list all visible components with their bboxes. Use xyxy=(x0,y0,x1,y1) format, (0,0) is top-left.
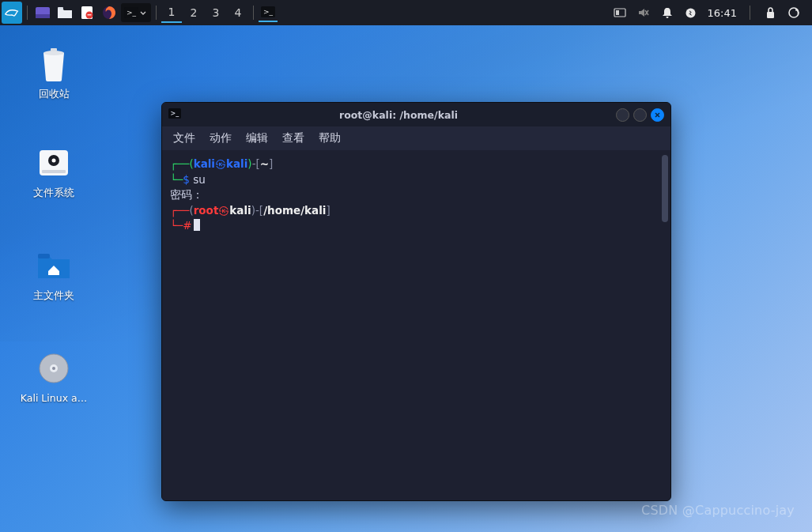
firefox-button[interactable] xyxy=(99,2,119,23)
workspace-3[interactable]: 3 xyxy=(206,2,226,23)
prompt-line-4: ┌──(root㉿kali)-[/home/kali] xyxy=(170,203,663,219)
kali-link-icon[interactable]: Kali Linux a… xyxy=(14,349,93,404)
terminal-window[interactable]: >_ root@kali: /home/kali 文件 动作 编辑 查看 帮助 … xyxy=(161,102,671,501)
disc-icon xyxy=(35,349,73,387)
trash-icon[interactable]: 回收站 xyxy=(14,45,93,101)
workspace-1[interactable]: 1 xyxy=(161,2,182,23)
menu-actions[interactable]: 动作 xyxy=(210,131,232,145)
svg-rect-1 xyxy=(36,14,50,18)
taskbar-left: >_ 1 2 3 4 >_ xyxy=(2,2,278,23)
prompt-line-5: └─# xyxy=(170,218,663,234)
terminal-launcher-button[interactable]: >_ xyxy=(121,3,151,22)
minimize-button[interactable] xyxy=(616,108,629,122)
svg-rect-5 xyxy=(88,14,92,15)
home-label: 主文件夹 xyxy=(33,289,74,303)
running-terminal-task[interactable]: >_ xyxy=(259,3,278,22)
system-tray: 16:41 xyxy=(613,6,812,20)
taskbar: >_ 1 2 3 4 >_ 16:41 xyxy=(0,0,812,25)
session-icon[interactable] xyxy=(787,6,801,20)
workspace-2[interactable]: 2 xyxy=(183,2,204,23)
maximize-button[interactable] xyxy=(633,108,647,122)
file-manager-button[interactable] xyxy=(55,2,75,23)
menu-help[interactable]: 帮助 xyxy=(319,131,341,145)
svg-rect-12 xyxy=(616,10,619,15)
svg-point-15 xyxy=(686,8,696,17)
terminal-menubar: 文件 动作 编辑 查看 帮助 xyxy=(162,126,670,150)
terminal-titlebar[interactable]: >_ root@kali: /home/kali xyxy=(162,103,670,126)
svg-point-23 xyxy=(52,159,56,163)
svg-rect-25 xyxy=(38,254,50,258)
desktop[interactable]: 回收站 文件系统 主文件夹 Kali Linux a… >_ root@kali… xyxy=(0,25,812,532)
prompt-line-2: └─$ su xyxy=(170,172,663,188)
close-button[interactable] xyxy=(651,108,664,122)
svg-rect-20 xyxy=(51,48,57,51)
terminal-title: root@kali: /home/kali xyxy=(181,109,616,121)
filesystem-label: 文件系统 xyxy=(33,187,74,200)
kali-logo-icon xyxy=(2,2,22,24)
terminal-body[interactable]: ┌──(kali㉿kali)-[~] └─$ su 密码： ┌──(root㉿k… xyxy=(162,150,670,500)
home-folder-icon[interactable]: 主文件夹 xyxy=(14,247,93,303)
separator xyxy=(750,6,750,20)
lock-icon[interactable] xyxy=(763,6,777,20)
text-editor-button[interactable] xyxy=(77,2,97,23)
svg-point-17 xyxy=(789,8,799,17)
terminal-icon: >_ xyxy=(168,108,181,121)
trash-label: 回收站 xyxy=(39,88,70,101)
svg-rect-2 xyxy=(58,7,63,9)
kali-label: Kali Linux a… xyxy=(21,392,87,404)
clock[interactable]: 16:41 xyxy=(708,7,737,19)
svg-text:>_: >_ xyxy=(171,110,179,117)
notifications-icon[interactable] xyxy=(660,6,674,20)
workspace-4[interactable]: 4 xyxy=(228,2,248,23)
menu-file[interactable]: 文件 xyxy=(173,131,195,145)
svg-rect-24 xyxy=(42,170,66,173)
prompt-line-1: ┌──(kali㉿kali)-[~] xyxy=(170,157,663,172)
separator xyxy=(253,6,254,20)
chevron-down-icon xyxy=(138,8,148,17)
cursor xyxy=(194,219,200,231)
disk-icon xyxy=(35,144,73,182)
filesystem-icon[interactable]: 文件系统 xyxy=(14,144,93,200)
svg-text:>_: >_ xyxy=(127,9,137,17)
password-line: 密码： xyxy=(170,187,663,203)
separator xyxy=(156,6,157,20)
power-icon[interactable] xyxy=(684,6,698,20)
folder-home-icon xyxy=(35,247,73,285)
svg-rect-16 xyxy=(767,12,774,18)
volume-muted-icon[interactable] xyxy=(636,6,651,20)
app-menu-button[interactable] xyxy=(2,2,22,23)
svg-text:>_: >_ xyxy=(263,8,274,16)
watermark: CSDN @Cappuccino-jay xyxy=(641,503,795,518)
trash-bin-icon xyxy=(35,45,73,83)
menu-view[interactable]: 查看 xyxy=(282,131,304,145)
terminal-scrollbar[interactable] xyxy=(662,155,668,222)
window-controls xyxy=(616,108,664,122)
recording-icon[interactable] xyxy=(613,6,627,20)
svg-point-29 xyxy=(52,367,55,370)
separator xyxy=(27,6,28,20)
menu-edit[interactable]: 编辑 xyxy=(246,131,268,145)
show-desktop-button[interactable] xyxy=(32,2,53,23)
